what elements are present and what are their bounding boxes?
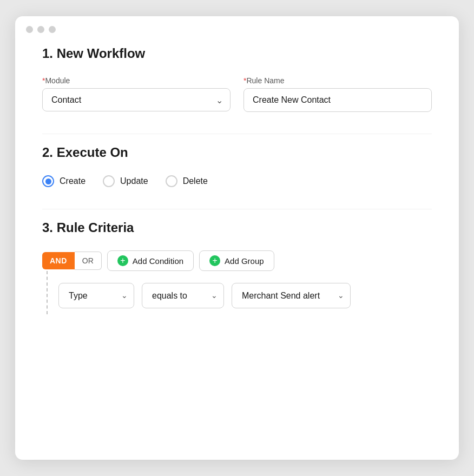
module-select[interactable]: Contact Lead Account Deal (42, 88, 231, 111)
criteria-fields-row: Type Status Name Email ⌄ equals to not e… (58, 271, 432, 314)
radio-item-create[interactable]: Create (42, 175, 85, 187)
rule-name-input[interactable] (243, 88, 432, 112)
main-window: 1. New Workflow *Module Contact Lead Acc… (15, 16, 459, 460)
execute-on-radio-group: Create Update Delete (42, 175, 432, 187)
module-select-wrapper: Contact Lead Account Deal ⌄ (42, 88, 231, 111)
criteria-line-wrapper: Type Status Name Email ⌄ equals to not e… (42, 271, 432, 314)
form-group-rule-name: *Rule Name (243, 76, 432, 112)
form-row-module-rule: *Module Contact Lead Account Deal ⌄ (42, 76, 432, 112)
add-group-button[interactable]: + Add Group (199, 250, 274, 271)
add-condition-label: Add Condition (133, 256, 183, 266)
module-label: *Module (42, 76, 231, 85)
add-group-plus-icon: + (209, 255, 220, 266)
type-field-wrapper: Type Status Name Email ⌄ (58, 283, 134, 308)
radio-delete[interactable] (166, 175, 177, 187)
or-button[interactable]: OR (75, 252, 102, 270)
titlebar (15, 16, 459, 41)
criteria-vertical-line (47, 271, 48, 314)
radio-update-label: Update (120, 176, 148, 186)
radio-create[interactable] (42, 175, 54, 187)
radio-update[interactable] (103, 175, 115, 187)
rule-name-label: *Rule Name (243, 76, 432, 85)
and-button[interactable]: AND (42, 252, 75, 269)
radio-create-label: Create (60, 176, 85, 186)
page-content: 1. New Workflow *Module Contact Lead Acc… (15, 41, 459, 363)
section-2-title: 2. Execute On (42, 145, 432, 160)
window-dot-1 (26, 26, 33, 33)
form-group-module: *Module Contact Lead Account Deal ⌄ (42, 76, 231, 111)
radio-delete-label: Delete (183, 176, 208, 186)
add-group-label: Add Group (225, 256, 264, 266)
value-field-wrapper: Merchant Send alert Option A Option B ⌄ (232, 283, 351, 308)
window-dot-3 (49, 26, 56, 33)
section-1-title: 1. New Workflow (42, 46, 432, 61)
section-execute-on: 2. Execute On Create Update Delete (42, 145, 432, 187)
condition-field-wrapper: equals to not equals to contains starts … (142, 283, 224, 308)
condition-field-select[interactable]: equals to not equals to contains starts … (142, 283, 224, 308)
section-rule-criteria: 3. Rule Criteria AND OR + Add Condition … (42, 220, 432, 314)
section-new-workflow: 1. New Workflow *Module Contact Lead Acc… (42, 46, 432, 112)
divider-2 (42, 209, 432, 209)
value-field-select[interactable]: Merchant Send alert Option A Option B (232, 283, 351, 308)
divider-1 (42, 134, 432, 134)
window-dot-2 (37, 26, 44, 33)
add-condition-button[interactable]: + Add Condition (107, 250, 194, 271)
and-or-toggle: AND OR (42, 252, 102, 270)
radio-item-delete[interactable]: Delete (166, 175, 208, 187)
type-field-select[interactable]: Type Status Name Email (58, 283, 134, 308)
section-3-title: 3. Rule Criteria (42, 220, 432, 235)
radio-item-update[interactable]: Update (103, 175, 148, 187)
add-condition-plus-icon: + (117, 255, 128, 266)
criteria-toolbar: AND OR + Add Condition + Add Group (42, 250, 432, 271)
